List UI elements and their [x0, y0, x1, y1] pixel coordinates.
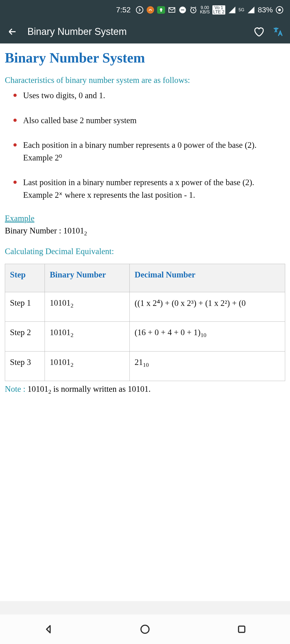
signal-type: 5G: [239, 8, 244, 12]
gmail-icon: [168, 6, 176, 14]
table-header: Step: [5, 264, 45, 292]
table-cell: (16 + 0 + 4 + 0 + 1)10: [130, 322, 285, 351]
do-not-disturb-icon: [179, 6, 187, 14]
list-item: Uses two digits, 0 and 1.: [15, 89, 285, 102]
svg-point-2: [160, 8, 162, 11]
battery-icon: [276, 6, 284, 14]
table-cell: Step 2: [5, 322, 45, 351]
ad-placeholder: [0, 601, 290, 614]
duolingo-icon: [157, 6, 165, 14]
app-bar: Binary Number System: [0, 20, 290, 43]
example-label: Example: [5, 214, 285, 223]
table-row: Step 3 101012 2110: [5, 351, 285, 381]
table-cell: 101012: [45, 322, 130, 351]
page-title: Binary Number System: [5, 50, 285, 66]
table-cell: ((1 x 2⁴) + (0 x 2³) + (1 x 2²) + (0: [130, 292, 285, 322]
intro-text: Characteristics of binary number system …: [5, 75, 285, 85]
svg-point-9: [278, 9, 281, 11]
navigation-bar: [0, 614, 290, 644]
app-circle-icon: [146, 6, 154, 14]
table-cell: 101012: [45, 351, 130, 381]
table-header: Binary Number: [45, 264, 130, 292]
table-cell: Step 1: [5, 292, 45, 322]
chevron-circle-icon: [136, 6, 144, 14]
status-icons: 9.00KB/S Vo 1LTE 2 5G 83%: [136, 5, 284, 14]
nav-recent-icon[interactable]: [236, 624, 247, 635]
characteristics-list: Uses two digits, 0 and 1. Also called ba…: [5, 89, 285, 201]
nav-home-icon[interactable]: [140, 624, 150, 635]
alarm-icon: [189, 6, 197, 14]
battery-percent: 83%: [258, 6, 273, 14]
note-text: Note : 101012 is normally written as 101…: [5, 384, 285, 395]
svg-point-0: [136, 7, 143, 13]
network-speed: 9.00KB/S: [200, 6, 210, 14]
back-button[interactable]: [6, 26, 18, 38]
back-arrow-icon: [8, 27, 17, 36]
table-header: Decimal Number: [130, 264, 285, 292]
status-time: 7:52: [116, 6, 131, 14]
calc-label: Calculating Decimal Equivalent:: [5, 247, 285, 256]
svg-rect-3: [160, 11, 162, 12]
status-bar: 7:52 9.00KB/S Vo 1LTE 2 5G 83%: [0, 0, 290, 20]
table-cell: 2110: [130, 351, 285, 381]
list-item: Each position in a binary number represe…: [15, 139, 285, 164]
svg-rect-11: [238, 626, 245, 632]
svg-point-10: [141, 625, 149, 633]
svg-rect-6: [181, 10, 184, 10]
favorite-icon[interactable]: [253, 26, 264, 37]
table-row: Step 2 101012 (16 + 0 + 4 + 0 + 1)10: [5, 322, 285, 351]
list-item: Last position in a binary number represe…: [15, 176, 285, 201]
nav-back-icon[interactable]: [43, 624, 54, 635]
translate-icon[interactable]: [272, 26, 284, 37]
table-cell: Step 3: [5, 351, 45, 381]
content-area: Binary Number System Characteristics of …: [0, 43, 290, 395]
table-row: Step 1 101012 ((1 x 2⁴) + (0 x 2³) + (1 …: [5, 292, 285, 322]
network-badge: Vo 1LTE 2: [212, 5, 225, 14]
app-bar-title: Binary Number System: [27, 26, 253, 37]
app-bar-actions: [253, 26, 284, 37]
signal-1-icon: [228, 6, 236, 14]
list-item: Also called base 2 number system: [15, 114, 285, 127]
table-cell: 101012: [45, 292, 130, 322]
signal-2-icon: [247, 6, 255, 14]
example-text: Binary Number : 101012: [5, 226, 285, 237]
calculation-table: Step Binary Number Decimal Number Step 1…: [5, 264, 285, 381]
table-header-row: Step Binary Number Decimal Number: [5, 264, 285, 292]
